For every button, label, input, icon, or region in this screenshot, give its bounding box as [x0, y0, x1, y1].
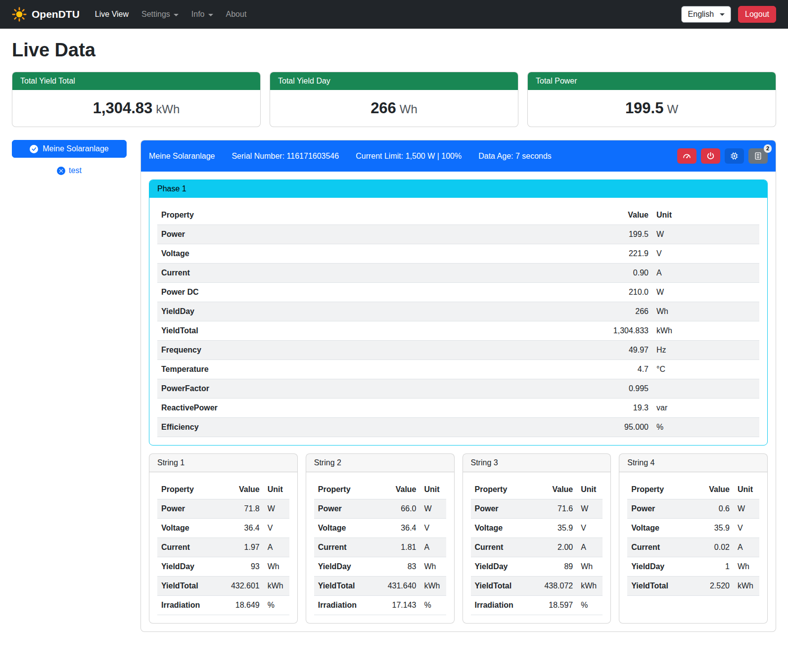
table-row: Voltage 35.9 V	[471, 519, 603, 538]
row-property: Voltage	[471, 519, 533, 538]
row-value: 0.995	[588, 379, 652, 399]
row-value: 17.143	[376, 596, 420, 615]
language-select-value: English	[688, 10, 714, 18]
row-value: 95.000	[588, 418, 652, 437]
table-header-row: Property Value Unit	[627, 480, 759, 499]
table-row: YieldTotal 432.601 kWh	[157, 577, 289, 596]
row-property: Voltage	[627, 519, 689, 538]
brand[interactable]: OpenDTU	[12, 7, 80, 22]
column-header-property: Property	[471, 480, 533, 499]
gauge-icon	[683, 152, 691, 160]
column-header-unit: Unit	[420, 480, 446, 499]
card-unit: kWh	[156, 102, 180, 116]
inverter-button-meine-solaranlage[interactable]: Meine Solaranlage	[12, 140, 127, 158]
table-row: Power 71.6 W	[471, 499, 603, 519]
row-value: 71.6	[532, 499, 577, 519]
row-property: Irradiation	[314, 596, 376, 615]
string-table: Property Value Unit Power	[314, 480, 446, 615]
row-value: 89	[532, 557, 577, 577]
row-property: Current	[157, 264, 588, 283]
event-log-button[interactable]: 2	[748, 148, 768, 164]
row-unit: W	[264, 499, 289, 519]
limit-settings-button[interactable]	[677, 148, 696, 164]
table-row: Power 66.0 W	[314, 499, 446, 519]
column-header-value: Value	[689, 480, 734, 499]
row-value: 438.072	[532, 577, 577, 596]
row-property: Power DC	[157, 283, 588, 302]
row-property: Current	[627, 538, 689, 557]
string-card-title: String 4	[619, 454, 767, 472]
card-unit: Wh	[400, 102, 417, 116]
row-property: YieldDay	[314, 557, 376, 577]
nav-settings[interactable]: Settings	[135, 6, 185, 23]
row-property: Power	[157, 499, 219, 519]
column-header-property: Property	[314, 480, 376, 499]
nav-about[interactable]: About	[220, 6, 253, 23]
table-row: Irradiation 18.597 %	[471, 596, 603, 615]
chevron-down-icon	[720, 13, 725, 16]
inverter-name: Meine Solaranlage	[149, 152, 215, 161]
row-value: 1.97	[219, 538, 264, 557]
row-property: Power	[627, 499, 689, 519]
row-property: Frequency	[157, 341, 588, 360]
row-property: YieldTotal	[157, 577, 219, 596]
table-row: YieldDay 89 Wh	[471, 557, 603, 577]
row-property: YieldDay	[627, 557, 689, 577]
row-value: 1.81	[376, 538, 420, 557]
card-value: 1,304.83	[93, 99, 153, 117]
summary-cards: Total Yield Total 1,304.83kWh Total Yiel…	[12, 72, 776, 127]
string-table: Property Value Unit Power	[627, 480, 759, 596]
row-value: 4.7	[588, 360, 652, 379]
table-row: Current 1.81 A	[314, 538, 446, 557]
row-property: Voltage	[157, 244, 588, 264]
table-row: Current 1.97 A	[157, 538, 289, 557]
table-row: Voltage 221.9 V	[157, 244, 759, 264]
row-property: YieldTotal	[314, 577, 376, 596]
row-value: 19.3	[588, 399, 652, 418]
table-row: Power 199.5 W	[157, 225, 759, 244]
device-info-button[interactable]	[725, 148, 744, 164]
power-control-button[interactable]	[701, 148, 720, 164]
phase-card-title: Phase 1	[149, 180, 767, 198]
inverter-button-test[interactable]: test	[53, 164, 86, 177]
row-value: 0.90	[588, 264, 652, 283]
row-property: Efficiency	[157, 418, 588, 437]
column-header-property: Property	[157, 206, 588, 225]
row-unit: A	[652, 264, 759, 283]
row-unit: Wh	[734, 557, 759, 577]
table-row: Irradiation 18.649 %	[157, 596, 289, 615]
row-value: 1	[689, 557, 734, 577]
table-row: YieldTotal 1,304.833 kWh	[157, 321, 759, 341]
nav-right: English Logout	[681, 6, 776, 23]
column-header-value: Value	[588, 206, 652, 225]
row-value: 49.97	[588, 341, 652, 360]
row-unit: V	[652, 244, 759, 264]
column-header-value: Value	[219, 480, 264, 499]
nav-info[interactable]: Info	[185, 6, 220, 23]
row-property: Irradiation	[157, 596, 219, 615]
chevron-down-icon	[208, 14, 213, 16]
row-value: 36.4	[376, 519, 420, 538]
table-row: Current 0.02 A	[627, 538, 759, 557]
table-row: Current 2.00 A	[471, 538, 603, 557]
page-title: Live Data	[12, 40, 776, 61]
row-unit: kWh	[420, 577, 446, 596]
row-unit: Wh	[420, 557, 446, 577]
row-value: 2.00	[532, 538, 577, 557]
logout-button[interactable]: Logout	[738, 6, 776, 23]
chevron-down-icon	[174, 14, 179, 16]
inverter-serial: Serial Number: 116171603546	[232, 152, 339, 161]
row-property: Power	[157, 225, 588, 244]
card-value: 266	[371, 99, 396, 117]
row-unit: var	[652, 399, 759, 418]
table-row: YieldDay 1 Wh	[627, 557, 759, 577]
table-row: Power 71.8 W	[157, 499, 289, 519]
language-select[interactable]: English	[681, 6, 731, 23]
row-property: Temperature	[157, 360, 588, 379]
nav-live-view[interactable]: Live View	[89, 6, 135, 23]
inverter-button-label: test	[69, 166, 82, 175]
string-card-3: String 3 Property Value Unit	[463, 453, 611, 624]
row-value: 266	[588, 302, 652, 321]
table-row: Power 0.6 W	[627, 499, 759, 519]
string-card-4: String 4 Property Value Unit	[619, 453, 768, 624]
